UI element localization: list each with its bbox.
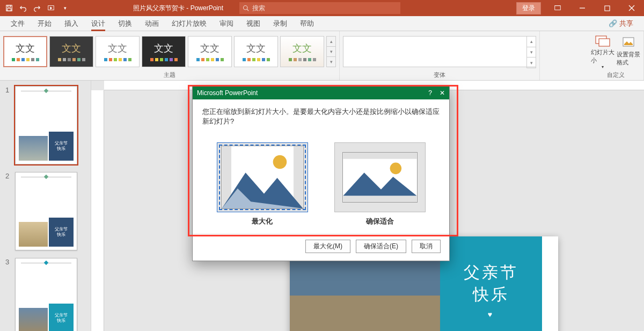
- format-background-button[interactable]: 设置背景格式: [617, 37, 640, 67]
- dialog-options: 最大化 确保适合: [193, 131, 449, 232]
- svg-rect-1: [8, 5, 10, 8]
- search-box[interactable]: 搜索: [239, 2, 400, 14]
- document-title: 照片风父亲节贺卡 - PowerPoint: [133, 4, 223, 13]
- svg-point-17: [390, 163, 401, 175]
- theme-thumb-2[interactable]: 文文: [49, 36, 93, 67]
- tab-file[interactable]: 文件: [4, 17, 31, 31]
- option-ensure-fit-label: 确保适合: [334, 217, 426, 226]
- tab-help[interactable]: 帮助: [294, 17, 320, 31]
- ribbon-display-options-icon[interactable]: [545, 0, 570, 16]
- option-ensure-fit[interactable]: 确保适合: [334, 142, 426, 226]
- tab-home[interactable]: 开始: [31, 17, 58, 31]
- maximize-icon[interactable]: [595, 0, 619, 16]
- title-bar: ▾ 照片风父亲节贺卡 - PowerPoint 搜索 登录: [0, 0, 644, 16]
- theme-thumb-3[interactable]: 文文: [96, 36, 140, 67]
- group-label-variants: 变体: [434, 70, 445, 79]
- qat-more-icon[interactable]: ▾: [59, 2, 71, 14]
- ribbon: 文文 文文 文文 文文 文文 文文 文文 ▴▾▾ 主题 ▴▾▾ 变体 幻灯片大小…: [0, 31, 644, 81]
- slide-size-icon: [595, 34, 610, 47]
- tab-view[interactable]: 视图: [240, 17, 267, 31]
- group-label-themes: 主题: [164, 70, 175, 79]
- dialog-close-icon[interactable]: ✕: [440, 89, 445, 97]
- ribbon-tabs: 文件 开始 插入 设计 切换 动画 幻灯片放映 审阅 视图 录制 帮助 🔗 共享: [0, 16, 644, 31]
- svg-rect-8: [599, 39, 610, 46]
- tab-transitions[interactable]: 切换: [112, 17, 138, 31]
- slide-size-button[interactable]: 幻灯片大小▾: [591, 34, 614, 69]
- theme-thumb-6[interactable]: 文文: [234, 36, 278, 67]
- help-icon[interactable]: ?: [428, 89, 432, 97]
- chevron-up-icon[interactable]: ▴: [327, 37, 335, 47]
- chevron-down-icon[interactable]: ▾: [527, 47, 536, 58]
- format-background-icon: [622, 37, 635, 49]
- tab-animations[interactable]: 动画: [138, 17, 165, 31]
- svg-rect-15: [343, 153, 416, 159]
- search-placeholder: 搜索: [252, 4, 265, 13]
- theme-thumb-4[interactable]: 文文: [142, 36, 186, 67]
- tab-slideshow[interactable]: 幻灯片放映: [165, 17, 213, 31]
- svg-rect-5: [555, 6, 561, 10]
- svg-rect-16: [343, 196, 416, 202]
- tab-insert[interactable]: 插入: [58, 17, 85, 31]
- svg-point-13: [273, 155, 287, 169]
- close-icon[interactable]: [619, 0, 644, 16]
- dialog-cancel-button[interactable]: 取消: [412, 240, 441, 253]
- tab-review[interactable]: 审阅: [213, 17, 240, 31]
- minimize-icon[interactable]: [570, 0, 595, 16]
- group-themes: 文文 文文 文文 文文 文文 文文 文文 ▴▾▾ 主题: [0, 31, 340, 80]
- chevron-down-icon[interactable]: ▾: [327, 47, 335, 57]
- option-maximize-label: 最大化: [217, 217, 308, 226]
- thumbnail-2[interactable]: 2 父亲节快乐: [15, 172, 83, 250]
- theme-thumb-5[interactable]: 文文: [188, 36, 232, 67]
- dialog-title: Microsoft PowerPoint: [197, 89, 258, 97]
- theme-gallery-nav[interactable]: ▴▾▾: [326, 36, 336, 67]
- variant-gallery-nav[interactable]: ▴▾▾: [526, 36, 536, 68]
- svg-rect-6: [604, 5, 609, 10]
- start-from-beginning-icon[interactable]: [45, 2, 57, 14]
- dialog-ensure-fit-button[interactable]: 确保适合(E): [356, 240, 406, 253]
- variant-gallery[interactable]: ▴▾▾: [343, 36, 536, 67]
- option-maximize[interactable]: 最大化: [217, 142, 308, 226]
- save-icon[interactable]: [3, 2, 15, 14]
- share-button[interactable]: 🔗 共享: [602, 17, 640, 31]
- slide-title-panel: 父亲节快乐 ♥: [440, 236, 542, 331]
- undo-icon[interactable]: [17, 2, 29, 14]
- redo-icon[interactable]: [31, 2, 43, 14]
- heart-icon: ♥: [488, 310, 494, 319]
- group-variants: ▴▾▾ 变体: [340, 31, 540, 80]
- slide-size-dialog: Microsoft PowerPoint ? ✕ 您正在缩放到新幻灯片大小。是要…: [192, 86, 450, 261]
- theme-thumb-7[interactable]: 文文: [280, 36, 324, 67]
- slide-thumbnails: 1 父亲节快乐 2 父亲节快乐 3 父亲节快乐: [0, 81, 91, 331]
- group-customize: 幻灯片大小▾ 设置背景格式 自定义: [588, 31, 644, 80]
- chevron-up-icon[interactable]: ▴: [527, 37, 536, 47]
- tab-design[interactable]: 设计: [85, 17, 112, 31]
- ruler-vertical: [91, 90, 104, 331]
- dialog-titlebar: Microsoft PowerPoint ? ✕: [193, 87, 449, 99]
- svg-rect-2: [8, 9, 11, 11]
- thumbnail-3[interactable]: 3 父亲节快乐: [15, 258, 83, 331]
- dialog-maximize-button[interactable]: 最大化(M): [305, 240, 350, 253]
- tab-recording[interactable]: 录制: [267, 17, 294, 31]
- search-icon: [243, 5, 249, 11]
- quick-access-toolbar: ▾: [0, 2, 74, 14]
- theme-thumb-1[interactable]: 文文: [3, 36, 47, 67]
- svg-point-4: [244, 6, 248, 10]
- thumbnail-1[interactable]: 1 父亲节快乐: [15, 86, 83, 164]
- more-icon[interactable]: ▾: [327, 57, 335, 67]
- more-icon[interactable]: ▾: [527, 57, 536, 68]
- dialog-message: 您正在缩放到新幻灯片大小。是要最大化内容大小还是按比例缩小以确保适应新幻灯片?: [193, 99, 449, 131]
- group-label-customize: 自定义: [607, 70, 625, 79]
- login-button[interactable]: 登录: [516, 2, 541, 15]
- dialog-buttons: 最大化(M) 确保适合(E) 取消: [193, 234, 449, 261]
